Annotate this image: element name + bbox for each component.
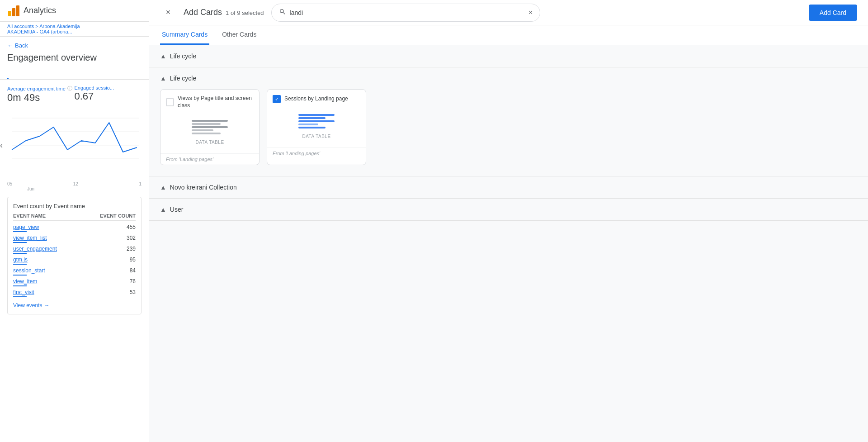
dt-row-b1 bbox=[298, 114, 335, 116]
section-user-header[interactable]: ▲ User bbox=[149, 199, 868, 220]
topbar: Analytics bbox=[0, 0, 149, 22]
dt-row-b2 bbox=[298, 117, 326, 119]
event-row: view_item 76 bbox=[13, 277, 136, 288]
chevron-up-icon: ▲ bbox=[160, 52, 166, 60]
metric-avg-engagement: Average engagement time ⓘ 0m 49s bbox=[7, 85, 75, 104]
card-sessions-checkbox[interactable] bbox=[273, 95, 281, 103]
chart-month-label: Jun bbox=[0, 186, 149, 191]
event-bar bbox=[13, 264, 27, 265]
dialog-title: Add Cards bbox=[184, 8, 222, 17]
svg-rect-2 bbox=[16, 5, 19, 16]
view-events-link[interactable]: View events → bbox=[13, 299, 136, 309]
dt-row-b3 bbox=[298, 120, 335, 122]
dt-row-1 bbox=[192, 120, 228, 122]
event-row: first_visit 53 bbox=[13, 288, 136, 299]
back-arrow-icon: ← bbox=[7, 42, 13, 49]
back-button[interactable]: ← Back bbox=[0, 37, 149, 51]
event-name[interactable]: gtm.js bbox=[13, 257, 28, 263]
card-views-page-title[interactable]: Views by Page title and screen class DAT… bbox=[160, 89, 259, 165]
event-count: 84 bbox=[130, 267, 136, 276]
card-sessions-header: Sessions by Landing page bbox=[267, 90, 366, 107]
chart-left-arrow[interactable]: ‹ bbox=[0, 141, 3, 150]
section-lifecycle-collapsed-header[interactable]: ▲ Life cycle bbox=[149, 45, 868, 67]
card-sessions-preview: DATA TABLE bbox=[267, 107, 366, 147]
section-novo-kreirani-header[interactable]: ▲ Novo kreirani Collection bbox=[149, 176, 868, 198]
section-novo-kreirani-title: Novo kreirani Collection bbox=[170, 184, 237, 191]
data-table-preview-blue bbox=[298, 114, 335, 128]
event-name[interactable]: view_item bbox=[13, 278, 37, 285]
section-user: ▲ User bbox=[149, 199, 868, 221]
metric-engaged-sessions-label: Engaged sessio... bbox=[75, 85, 142, 90]
card-views-label: Views by Page title and screen class bbox=[178, 95, 254, 109]
card-views-header: Views by Page title and screen class bbox=[160, 90, 259, 113]
page-title: Engagement overview bbox=[0, 51, 149, 68]
search-icon bbox=[279, 8, 286, 17]
data-table-preview-gray bbox=[192, 120, 228, 134]
arrow-right-icon: → bbox=[44, 302, 49, 309]
section-lifecycle-collapsed-title: Life cycle bbox=[170, 52, 196, 60]
metric-avg-engagement-value: 0m 49s bbox=[7, 92, 75, 104]
dt-row-3 bbox=[192, 126, 228, 128]
dialog-selection-info: 1 of 9 selected bbox=[226, 10, 264, 16]
event-table-title: Event count by Event name bbox=[13, 203, 136, 209]
metric-engaged-sessions-value: 0.67 bbox=[75, 90, 142, 102]
col-event-name: EVENT NAME bbox=[13, 213, 46, 219]
event-count: 302 bbox=[127, 235, 136, 243]
metric-engaged-sessions: Engaged sessio... 0.67 bbox=[75, 85, 142, 102]
add-cards-dialog: × Add Cards 1 of 9 selected × Add Card S… bbox=[149, 0, 868, 442]
search-input[interactable] bbox=[290, 9, 525, 16]
tab-summary-cards[interactable]: Summary Cards bbox=[160, 25, 209, 45]
event-name[interactable]: session_start bbox=[13, 267, 45, 274]
svg-rect-1 bbox=[12, 8, 15, 16]
app-name: Analytics bbox=[24, 6, 56, 15]
event-row: view_item_list 302 bbox=[13, 233, 136, 244]
search-box[interactable]: × bbox=[271, 4, 541, 22]
info-icon: ⓘ bbox=[67, 85, 72, 92]
event-bar bbox=[13, 242, 27, 243]
dt-row-2 bbox=[192, 123, 221, 125]
event-bar bbox=[13, 231, 27, 232]
section-lifecycle-expanded-body: Views by Page title and screen class DAT… bbox=[149, 89, 868, 176]
close-button[interactable]: × bbox=[160, 5, 176, 21]
section-user-title: User bbox=[170, 206, 184, 213]
section-lifecycle-collapsed: ▲ Life cycle bbox=[149, 45, 868, 67]
engagement-chart: ‹ bbox=[0, 109, 149, 181]
event-bar bbox=[13, 285, 27, 286]
tab-other-cards[interactable]: Other Cards bbox=[220, 25, 258, 45]
event-bar bbox=[13, 296, 27, 297]
search-clear-icon[interactable]: × bbox=[528, 9, 533, 17]
event-name[interactable]: view_item_list bbox=[13, 235, 47, 241]
metric-tab-avg-engagement[interactable] bbox=[7, 68, 9, 79]
event-count: 76 bbox=[130, 278, 136, 286]
metrics-row: Average engagement time ⓘ 0m 49s Engaged… bbox=[0, 80, 149, 109]
card-views-footer: From 'Landing pages' bbox=[160, 153, 259, 165]
event-count: 95 bbox=[130, 257, 136, 265]
event-name[interactable]: page_view bbox=[13, 224, 39, 230]
event-bar bbox=[13, 275, 27, 276]
analytics-background: Analytics All accounts > Arbona Akademij… bbox=[0, 0, 149, 442]
event-row: session_start 84 bbox=[13, 266, 136, 277]
dialog-title-area: Add Cards 1 of 9 selected bbox=[184, 8, 264, 17]
chart-x-labels: 05 12 1 bbox=[0, 181, 149, 186]
event-name[interactable]: user_engagement bbox=[13, 246, 57, 252]
event-count-table: Event count by Event name EVENT NAME EVE… bbox=[7, 197, 142, 314]
add-card-button[interactable]: Add Card bbox=[809, 5, 857, 21]
card-sessions-footer: From 'Landing pages' bbox=[267, 147, 366, 159]
card-views-checkbox[interactable] bbox=[166, 98, 174, 106]
event-bar bbox=[13, 253, 27, 254]
breadcrumb: All accounts > Arbona Akademija AKADEMIJ… bbox=[0, 22, 149, 37]
event-name[interactable]: first_visit bbox=[13, 289, 34, 295]
event-row: gtm.js 95 bbox=[13, 255, 136, 266]
dialog-header: × Add Cards 1 of 9 selected × Add Card bbox=[149, 0, 868, 25]
chevron-up-icon-2: ▲ bbox=[160, 75, 166, 82]
dt-row-5 bbox=[192, 133, 221, 134]
card-sessions-landing[interactable]: Sessions by Landing page DATA TABLE From… bbox=[267, 89, 366, 165]
section-lifecycle-expanded-header[interactable]: ▲ Life cycle bbox=[149, 67, 868, 89]
event-rows: page_view 455 view_item_list 302 user_en… bbox=[13, 223, 136, 299]
section-lifecycle-expanded: ▲ Life cycle Views by Page title and scr… bbox=[149, 67, 868, 176]
chart-svg bbox=[7, 109, 142, 172]
data-table-label-2: DATA TABLE bbox=[302, 134, 330, 139]
analytics-logo-icon bbox=[7, 5, 20, 17]
event-count: 239 bbox=[127, 246, 136, 254]
analytics-logo: Analytics bbox=[7, 5, 56, 17]
